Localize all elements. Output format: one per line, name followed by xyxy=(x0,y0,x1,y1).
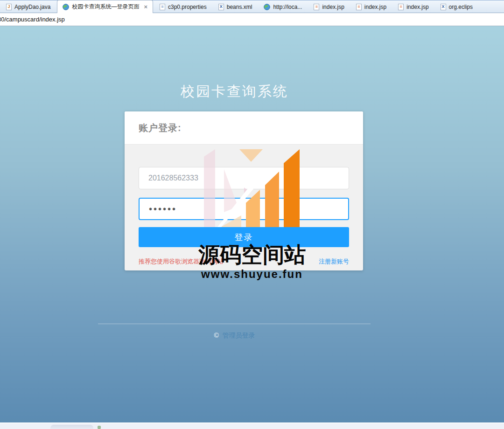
tab-label: beans.xml xyxy=(227,4,252,10)
xml-file-icon: X xyxy=(441,4,446,10)
copyright-symbol: © xyxy=(214,332,218,339)
register-link[interactable]: 注册新账号 xyxy=(319,257,349,266)
tab-label: ApplyDao.java xyxy=(14,4,50,10)
password-input[interactable] xyxy=(139,198,349,220)
globe-icon xyxy=(264,4,270,10)
properties-file-icon: ≡ xyxy=(160,4,165,10)
status-bar xyxy=(0,422,504,429)
status-indicator-icon xyxy=(98,426,101,429)
url-text: 80/campuscard/index.jsp xyxy=(0,13,65,26)
page-title: 校园卡查询系统 xyxy=(0,82,469,101)
globe-icon xyxy=(63,4,69,10)
status-pill xyxy=(50,425,93,429)
jsp-file-icon: ≡ xyxy=(314,4,319,10)
editor-tab-bar: J ApplyDao.java 校园卡查询系统—登录页面 × ≡ c3p0.pr… xyxy=(0,0,504,13)
tab-applydao-java[interactable]: J ApplyDao.java xyxy=(1,1,56,13)
close-icon[interactable]: × xyxy=(144,3,147,10)
login-button[interactable]: 登录 xyxy=(139,227,349,247)
url-bar[interactable]: 80/campuscard/index.jsp xyxy=(0,13,504,26)
login-card: 账户登录: 登录 推荐您使用谷歌浏览器访问网站 注册新账号 xyxy=(125,111,363,270)
tab-campus-card-login-page[interactable]: 校园卡查询系统—登录页面 × xyxy=(57,0,153,13)
login-links-row: 推荐您使用谷歌浏览器访问网站 注册新账号 xyxy=(139,257,349,266)
tab-label: index.jsp xyxy=(406,4,428,10)
footer-divider xyxy=(98,324,371,324)
eclipse-browser-window: { "tabs": [ {"label": "ApplyDao.java", "… xyxy=(0,0,504,429)
tab-http-local[interactable]: http://loca... xyxy=(259,1,307,13)
tab-label: 校园卡查询系统—登录页面 xyxy=(72,3,139,11)
tab-index-jsp-1[interactable]: ≡ index.jsp xyxy=(308,1,349,13)
tab-org-eclipse[interactable]: X org.eclips xyxy=(435,1,478,13)
jsp-file-icon: ≡ xyxy=(356,4,362,10)
tab-beans-xml[interactable]: X beans.xml xyxy=(213,1,258,13)
tab-label: index.jsp xyxy=(364,4,386,10)
tab-index-jsp-2[interactable]: ≡ index.jsp xyxy=(351,1,392,13)
admin-login-link[interactable]: 管理员登录 xyxy=(223,332,255,339)
tab-index-jsp-3[interactable]: ≡ index.jsp xyxy=(393,1,434,13)
tab-label: c3p0.properties xyxy=(168,4,207,10)
tab-label: org.eclips xyxy=(449,4,473,10)
footer: © 管理员登录 xyxy=(0,332,469,340)
login-page-background: 校园卡查询系统 账户登录: 登录 推荐您使用谷歌浏览器访问网站 注册新账号 源码… xyxy=(0,26,504,422)
tab-c3p0-properties[interactable]: ≡ c3p0.properties xyxy=(154,1,212,13)
username-input[interactable] xyxy=(139,167,349,189)
login-card-header: 账户登录: xyxy=(125,111,363,145)
browser-tip-link[interactable]: 推荐您使用谷歌浏览器访问网站 xyxy=(139,257,224,266)
xml-file-icon: X xyxy=(218,4,224,10)
tab-label: index.jsp xyxy=(322,4,344,10)
tab-label: http://loca... xyxy=(273,4,302,10)
java-file-icon: J xyxy=(6,4,12,10)
jsp-file-icon: ≡ xyxy=(398,4,404,10)
login-card-body: 登录 推荐您使用谷歌浏览器访问网站 注册新账号 xyxy=(125,145,363,266)
